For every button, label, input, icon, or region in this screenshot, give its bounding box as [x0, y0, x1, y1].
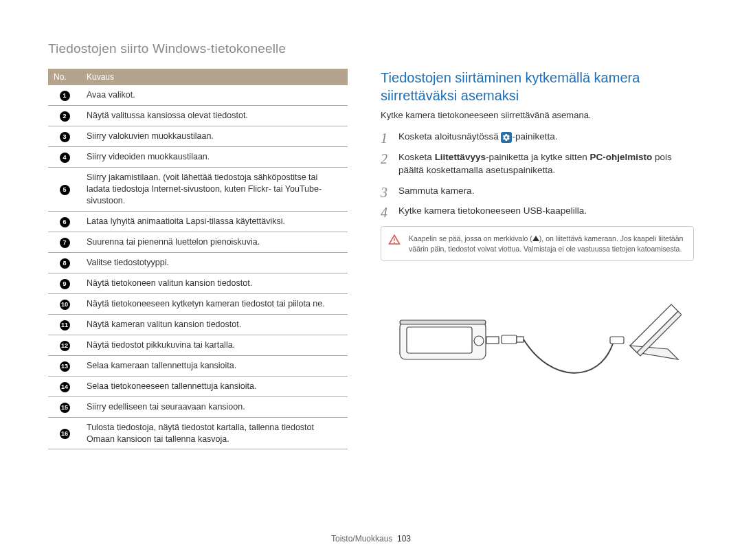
page-title: Tiedostojen siirto Windows-tietokoneelle — [48, 41, 694, 56]
svg-rect-8 — [517, 337, 524, 342]
row-desc: Näytä tiedostot pikkukuvina tai kartalla… — [81, 335, 348, 355]
row-number-icon: 12 — [60, 341, 70, 351]
settings-icon — [501, 132, 512, 143]
svg-rect-3 — [400, 320, 486, 324]
footer-page-number: 103 — [397, 534, 411, 544]
step-text: Kosketa aloitusnäytössä — [398, 131, 501, 142]
step-text: -painiketta ja kytke sitten — [486, 152, 590, 162]
left-column: No. Kuvaus 1Avaa valikot. 2Näytä valitus… — [48, 69, 348, 449]
row-number-icon: 4 — [60, 153, 70, 163]
row-desc: Lataa lyhyitä animaatioita Lapsi-tilassa… — [81, 211, 348, 232]
step-4: Kytke kamera tietokoneeseen USB-kaapelil… — [381, 204, 694, 218]
svg-rect-6 — [486, 337, 499, 344]
row-number-icon: 7 — [60, 238, 70, 248]
table-row: 14Selaa tietokoneeseen tallennettuja kan… — [48, 376, 348, 396]
triangle-marker-icon — [532, 236, 539, 241]
row-desc: Suurenna tai pienennä luettelon pienoisk… — [81, 232, 348, 252]
step-bold: Liitettävyys — [435, 152, 486, 162]
step-text: -painiketta. — [512, 131, 557, 142]
row-desc: Näytä valitussa kansiossa olevat tiedost… — [81, 106, 348, 126]
table-row: 11Näytä kameran valitun kansion tiedosto… — [48, 314, 348, 335]
svg-rect-7 — [502, 335, 517, 344]
table-row: 15Siirry edelliseen tai seuraavaan kansi… — [48, 396, 348, 417]
row-number-icon: 1 — [60, 91, 70, 101]
table-row: 2Näytä valitussa kansiossa olevat tiedos… — [48, 106, 348, 126]
row-desc: Tulosta tiedostoja, näytä tiedostot kart… — [81, 417, 348, 449]
table-header-desc: Kuvaus — [81, 69, 348, 85]
table-row: 3Siirry valokuvien muokkaustilaan. — [48, 126, 348, 147]
row-desc: Näytä kameran valitun kansion tiedostot. — [81, 314, 348, 335]
row-number-icon: 2 — [60, 111, 70, 122]
step-1: Kosketa aloitusnäytössä -painiketta. — [381, 130, 694, 144]
intro-text: Kytke kamera tietokoneeseen siirrettävän… — [381, 110, 694, 120]
row-desc: Siirry jakamistilaan. (voit lähettää tie… — [81, 168, 348, 212]
row-desc: Näytä tietokoneeseen kytketyn kameran ti… — [81, 293, 348, 314]
row-number-icon: 13 — [60, 361, 70, 372]
table-row: 16Tulosta tiedostoja, näytä tiedostot ka… — [48, 417, 348, 449]
row-number-icon: 15 — [60, 403, 70, 413]
page-footer: Toisto/Muokkaus 103 — [0, 534, 742, 544]
table-row: 13Selaa kameraan tallennettuja kansioita… — [48, 355, 348, 376]
table-row: 6Lataa lyhyitä animaatioita Lapsi-tilass… — [48, 211, 348, 232]
note-text: Kaapelin se pää, jossa on merkkivalo (),… — [409, 234, 685, 254]
table-row: 1Avaa valikot. — [48, 85, 348, 106]
description-table: No. Kuvaus 1Avaa valikot. 2Näytä valitus… — [48, 69, 348, 449]
row-number-icon: 3 — [60, 132, 70, 142]
svg-point-1 — [394, 242, 395, 243]
step-text: Kosketa — [398, 152, 435, 162]
row-desc: Siirry valokuvien muokkaustilaan. — [81, 126, 348, 147]
row-number-icon: 6 — [60, 217, 70, 227]
table-row: 4Siirry videoiden muokkaustilaan. — [48, 147, 348, 168]
svg-point-5 — [474, 336, 484, 346]
step-bold: PC-ohjelmisto — [590, 152, 653, 162]
warning-icon — [388, 234, 401, 246]
table-header-no: No. — [48, 69, 81, 85]
table-row: 7Suurenna tai pienennä luettelon pienois… — [48, 232, 348, 252]
step-2: Kosketa Liitettävyys-painiketta ja kytke… — [381, 150, 694, 177]
row-number-icon: 14 — [60, 382, 70, 392]
table-row: 8Valitse tiedostotyyppi. — [48, 252, 348, 273]
row-desc: Selaa tietokoneeseen tallennettuja kansi… — [81, 376, 348, 396]
row-number-icon: 5 — [60, 185, 70, 195]
row-desc: Selaa kameraan tallennettuja kansioita. — [81, 355, 348, 376]
row-desc: Avaa valikot. — [81, 85, 348, 106]
table-row: 9Näytä tietokoneen valitun kansion tiedo… — [48, 273, 348, 293]
table-row: 10Näytä tietokoneeseen kytketyn kameran … — [48, 293, 348, 314]
row-number-icon: 10 — [60, 300, 70, 310]
row-number-icon: 11 — [60, 320, 70, 331]
svg-rect-9 — [610, 337, 624, 344]
table-row: 5Siirry jakamistilaan. (voit lähettää ti… — [48, 168, 348, 212]
section-heading: Tiedostojen siirtäminen kytkemällä kamer… — [381, 69, 694, 104]
row-desc: Siirry videoiden muokkaustilaan. — [81, 147, 348, 168]
row-desc: Valitse tiedostotyyppi. — [81, 252, 348, 273]
note-text-a: Kaapelin se pää, jossa on merkkivalo ( — [409, 234, 532, 243]
warning-note: Kaapelin se pää, jossa on merkkivalo (),… — [381, 226, 694, 261]
right-column: Tiedostojen siirtäminen kytkemällä kamer… — [381, 69, 694, 449]
usb-connection-illustration — [381, 280, 694, 390]
row-number-icon: 8 — [60, 258, 70, 269]
svg-marker-10 — [630, 304, 678, 352]
steps-list: Kosketa aloitusnäytössä -painiketta. Kos… — [381, 130, 694, 218]
svg-rect-4 — [407, 327, 472, 353]
row-desc: Siirry edelliseen tai seuraavaan kansioo… — [81, 396, 348, 417]
table-row: 12Näytä tiedostot pikkukuvina tai kartal… — [48, 335, 348, 355]
row-number-icon: 16 — [60, 429, 70, 439]
footer-section: Toisto/Muokkaus — [331, 534, 392, 544]
row-number-icon: 9 — [60, 279, 70, 289]
step-3: Sammuta kamera. — [381, 184, 694, 198]
row-desc: Näytä tietokoneen valitun kansion tiedos… — [81, 273, 348, 293]
